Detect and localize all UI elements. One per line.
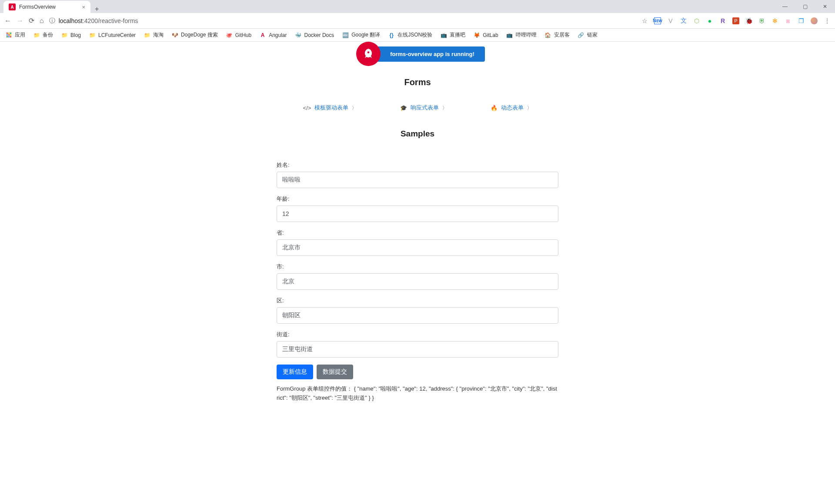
bookmark-label: Angular <box>269 32 287 38</box>
close-window-icon[interactable]: ✕ <box>815 0 835 13</box>
ext-translate-icon[interactable]: 文 <box>680 17 687 24</box>
ext1-icon[interactable]: Nᴇᴡ <box>654 17 661 24</box>
province-label: 省: <box>277 229 558 237</box>
bookmark-备份[interactable]: 📁备份 <box>33 31 53 39</box>
district-input[interactable] <box>277 307 558 324</box>
minimize-icon[interactable]: — <box>775 0 795 13</box>
samples-heading: Samples <box>401 129 434 139</box>
bookmark-LCFutureCenter[interactable]: 📁LCFutureCenter <box>89 32 136 39</box>
bookmark-label: 应用 <box>15 31 25 39</box>
bookmark-Docker Docs[interactable]: 🐳Docker Docs <box>295 32 334 39</box>
bookmark-label: Docker Docs <box>304 32 334 38</box>
nav-link-模板驱动表单[interactable]: </>模板驱动表单〉 <box>303 104 357 112</box>
province-input[interactable] <box>277 239 558 256</box>
bookmark-GitHub[interactable]: 🐙GitHub <box>226 32 251 39</box>
forms-heading: Forms <box>404 77 431 87</box>
street-input[interactable] <box>277 341 558 358</box>
forward-button[interactable]: → <box>17 17 23 25</box>
nav-link-label: 响应式表单 <box>411 104 439 112</box>
bookmark-label: Blog <box>70 32 81 38</box>
ext-pink-icon[interactable]: ◙ <box>785 17 792 24</box>
bookmark-Blog[interactable]: 📁Blog <box>61 32 81 39</box>
bookmark-label: Google 翻译 <box>351 31 380 39</box>
age-label: 年龄: <box>277 195 558 203</box>
close-tab-icon[interactable]: × <box>82 4 85 10</box>
bookmark-直播吧[interactable]: 📺直播吧 <box>440 31 465 39</box>
school-icon: 🎓 <box>400 105 407 111</box>
bookmark-bar: 应用📁备份📁Blog📁LCFutureCenter📁海淘🐶DogeDoge 搜索… <box>0 29 835 42</box>
city-label: 市: <box>277 263 558 271</box>
form-type-nav: </>模板驱动表单〉🎓响应式表单〉🔥动态表单〉 <box>303 104 532 112</box>
site-info-icon[interactable]: ⓘ <box>49 17 55 25</box>
menu-icon[interactable]: ⋮ <box>824 17 831 24</box>
window-controls: — ▢ ✕ <box>775 0 835 13</box>
address-bar[interactable]: ⓘ localhost:4200/reactive-forms <box>49 17 636 25</box>
ext-bug-icon[interactable]: 🐞 <box>745 17 752 24</box>
bookmark-安居客[interactable]: 🏠安居客 <box>544 31 570 39</box>
ext-octo-icon[interactable]: ✻ <box>772 17 778 24</box>
nav-link-label: 模板驱动表单 <box>314 104 348 112</box>
nav-link-动态表单[interactable]: 🔥动态表单〉 <box>491 104 532 112</box>
bookmark-哔哩哔哩[interactable]: 📺哔哩哔哩 <box>506 31 537 39</box>
street-label: 街道: <box>277 331 558 338</box>
bookmark-应用[interactable]: 应用 <box>5 31 25 39</box>
star-icon[interactable]: ☆ <box>641 17 648 24</box>
bookmark-label: 备份 <box>43 31 53 39</box>
angular-favicon-icon: A <box>9 3 16 10</box>
bookmark-GitLab[interactable]: 🦊GitLab <box>473 32 498 39</box>
profile-avatar[interactable] <box>811 17 818 24</box>
bookmark-label: 哔哩哔哩 <box>516 31 537 39</box>
maximize-icon[interactable]: ▢ <box>795 0 815 13</box>
age-input[interactable] <box>277 206 558 222</box>
bookmark-在线JSON校验[interactable]: {}在线JSON校验 <box>388 31 432 39</box>
sample-form: 姓名: 年龄: 省: 市: 区: 街道: 更新信息 数据提交 FormGro <box>277 161 558 403</box>
ext-green-dot-icon[interactable]: ● <box>706 17 713 24</box>
bookmark-Google 翻译[interactable]: 🔤Google 翻译 <box>342 31 380 39</box>
bookmark-label: 安居客 <box>554 31 570 39</box>
bookmark-海淘[interactable]: 📁海淘 <box>144 31 164 39</box>
bookmark-label: DogeDoge 搜索 <box>181 31 218 39</box>
dump-prefix: FormGroup 表单组控件的值： <box>277 385 354 392</box>
chevron-right-icon: 〉 <box>442 105 447 111</box>
chevron-right-icon: 〉 <box>352 105 357 111</box>
browser-tab[interactable]: A FormsOverview × <box>3 1 90 13</box>
update-button[interactable]: 更新信息 <box>277 365 313 379</box>
bookmark-DogeDoge 搜索[interactable]: 🐶DogeDoge 搜索 <box>171 31 218 39</box>
chevron-right-icon: 〉 <box>527 105 532 111</box>
bookmark-label: LCFutureCenter <box>98 32 136 38</box>
url-port: :4200 <box>83 17 98 24</box>
submit-button[interactable]: 数据提交 <box>317 365 353 379</box>
reload-button[interactable]: ⟳ <box>29 17 34 25</box>
new-tab-button[interactable]: + <box>90 5 103 13</box>
name-input[interactable] <box>277 172 558 188</box>
bookmark-label: 链家 <box>587 31 598 39</box>
bookmark-label: 海淘 <box>153 31 164 39</box>
bookmark-链家[interactable]: 🔗链家 <box>578 31 598 39</box>
ext-vue-icon[interactable]: V <box>667 17 674 24</box>
ext-ppt-icon[interactable]: P <box>732 17 739 24</box>
ext-shield-icon[interactable]: ⛨ <box>758 17 765 24</box>
back-button[interactable]: ← <box>4 17 11 25</box>
bookmark-label: GitHub <box>235 32 251 38</box>
nav-link-响应式表单[interactable]: 🎓响应式表单〉 <box>400 104 447 112</box>
bookmark-Angular[interactable]: AAngular <box>259 32 287 39</box>
browser-toolbar: ← → ⟳ ⌂ ⓘ localhost:4200/reactive-forms … <box>0 13 835 29</box>
home-button[interactable]: ⌂ <box>40 17 44 25</box>
url-path: /reactive-forms <box>98 17 138 24</box>
ext-window-icon[interactable]: ❐ <box>798 17 805 24</box>
hero-banner: forms-overview app is running! <box>0 42 835 66</box>
fire-icon: 🔥 <box>491 105 498 111</box>
ext-r-icon[interactable]: R <box>719 17 726 24</box>
ext-hex-icon[interactable]: ⬡ <box>693 17 700 24</box>
hero-running-pill: forms-overview app is running! <box>374 46 485 62</box>
bookmark-label: 在线JSON校验 <box>397 31 432 39</box>
nav-link-label: 动态表单 <box>501 104 524 112</box>
tab-title: FormsOverview <box>19 4 56 10</box>
page-content: forms-overview app is running! Forms </>… <box>0 42 835 403</box>
name-label: 姓名: <box>277 161 558 169</box>
formgroup-value-dump: FormGroup 表单组控件的值： { "name": "啦啦啦", "age… <box>277 385 558 403</box>
rocket-icon <box>356 42 381 66</box>
city-input[interactable] <box>277 273 558 290</box>
code-icon: </> <box>303 105 311 111</box>
browser-tabbar: A FormsOverview × + — ▢ ✕ <box>0 0 835 13</box>
